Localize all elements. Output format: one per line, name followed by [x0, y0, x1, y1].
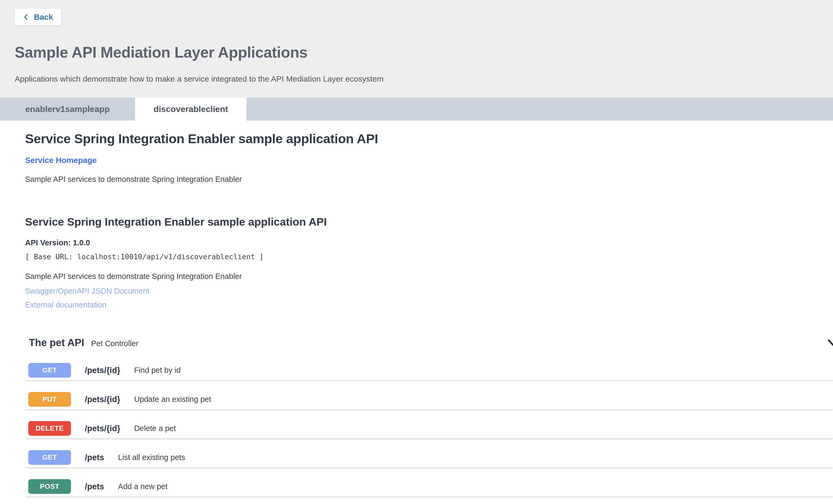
- operation-list: GET /pets/{id} Find pet by id PUT /pets/…: [25, 352, 833, 497]
- service-title: Service Spring Integration Enabler sampl…: [25, 131, 833, 146]
- operation-row-delete-pets-id[interactable]: DELETE /pets/{id} Delete a pet: [25, 410, 833, 439]
- operation-row-get-pets-id[interactable]: GET /pets/{id} Find pet by id: [25, 352, 833, 381]
- method-badge-post[interactable]: POST: [28, 479, 71, 494]
- operation-row-put-pets-id[interactable]: PUT /pets/{id} Update an existing pet: [25, 381, 833, 410]
- chevron-down-icon[interactable]: [827, 335, 833, 351]
- api-overview-title: Service Spring Integration Enabler sampl…: [25, 216, 833, 228]
- page-header: Back Sample API Mediation Layer Applicat…: [0, 0, 833, 98]
- service-description: Sample API services to demonstrate Sprin…: [25, 175, 833, 184]
- tab-discoverableclient[interactable]: discoverableclient: [135, 98, 246, 121]
- operation-summary: List all existing pets: [118, 453, 185, 462]
- api-version: API Version: 1.0.0: [25, 238, 833, 247]
- service-tabbar: enablerv1sampleapp discoverableclient: [0, 98, 833, 121]
- operation-path: /pets/{id}: [85, 424, 120, 433]
- tab-enablerv1sampleapp[interactable]: enablerv1sampleapp: [0, 98, 135, 121]
- swagger-json-link[interactable]: Swagger/OpenAPI JSON Document: [25, 287, 149, 296]
- service-homepage-link[interactable]: Service Homepage: [25, 156, 97, 165]
- operation-path: /pets: [85, 453, 104, 462]
- back-button[interactable]: Back: [15, 9, 61, 25]
- operation-row-post-pets[interactable]: POST /pets Add a new pet: [25, 468, 833, 497]
- operation-path: /pets/{id}: [85, 366, 120, 375]
- operation-summary: Add a new pet: [118, 482, 167, 491]
- operation-path: /pets/{id}: [85, 395, 120, 404]
- operation-path: /pets: [85, 482, 104, 492]
- pet-api-title: The pet API: [29, 337, 84, 349]
- pet-api-block-header[interactable]: The pet API Pet Controller: [25, 337, 833, 349]
- method-badge-put[interactable]: PUT: [28, 392, 71, 407]
- operation-summary: Delete a pet: [134, 424, 176, 433]
- service-detail-panel: Service Spring Integration Enabler sampl…: [0, 131, 833, 497]
- pet-api-block: The pet API Pet Controller GET /pets/{id…: [25, 337, 833, 497]
- back-button-label: Back: [34, 12, 53, 22]
- method-badge-get[interactable]: GET: [28, 450, 71, 465]
- operation-summary: Update an existing pet: [134, 395, 211, 404]
- back-chevron-icon: [23, 12, 30, 22]
- api-base-url: [ Base URL: localhost:10010/api/v1/disco…: [25, 253, 833, 261]
- api-overview-description: Sample API services to demonstrate Sprin…: [25, 272, 833, 281]
- page-subtitle: Applications which demonstrate how to ma…: [15, 74, 817, 83]
- pet-api-subtitle: Pet Controller: [91, 339, 139, 348]
- operation-summary: Find pet by id: [134, 366, 181, 375]
- method-badge-get[interactable]: GET: [28, 363, 71, 378]
- external-documentation-link[interactable]: External documentation: [25, 301, 106, 309]
- method-badge-delete[interactable]: DELETE: [28, 421, 71, 436]
- page-title: Sample API Mediation Layer Applications: [15, 44, 817, 61]
- operation-row-get-pets[interactable]: GET /pets List all existing pets: [25, 439, 833, 468]
